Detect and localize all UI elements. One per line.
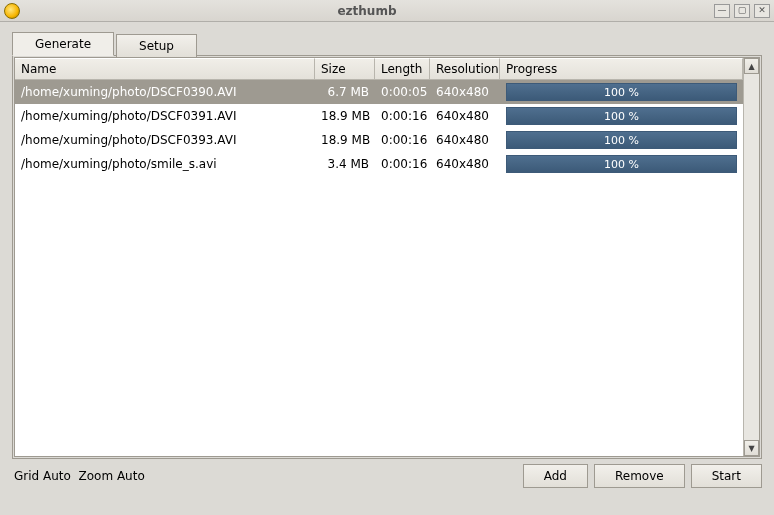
cell-size: 3.4 MB [315,157,375,171]
cell-name: /home/xuming/photo/DSCF0391.AVI [15,109,315,123]
col-name[interactable]: Name [15,58,315,79]
titlebar: ezthumb — ▢ ✕ [0,0,774,22]
col-progress[interactable]: Progress [500,58,743,79]
list-header: Name Size Length Resolution Progress [15,58,743,80]
vertical-scrollbar[interactable]: ▲ ▼ [743,58,759,456]
cell-resolution: 640x480 [430,157,500,171]
table-row[interactable]: /home/xuming/photo/DSCF0390.AVI6.7 MB0:0… [15,80,743,104]
scroll-down-icon[interactable]: ▼ [744,440,759,456]
cell-progress: 100 % [500,155,743,173]
progress-bar: 100 % [506,83,737,101]
cell-progress: 100 % [500,83,743,101]
start-button[interactable]: Start [691,464,762,488]
tab-generate[interactable]: Generate [12,32,114,56]
minimize-button[interactable]: — [714,4,730,18]
tabs: Generate Setup [12,32,762,56]
col-size[interactable]: Size [315,58,375,79]
app-body: Generate Setup Name Size Length Resoluti… [0,22,774,497]
status-grid: Grid Auto [14,469,71,483]
cell-progress: 100 % [500,107,743,125]
progress-bar: 100 % [506,155,737,173]
cell-resolution: 640x480 [430,85,500,99]
status-text: Grid Auto Zoom Auto [12,469,517,483]
cell-length: 0:00:05 [375,85,430,99]
window-controls: — ▢ ✕ [714,4,770,18]
cell-resolution: 640x480 [430,133,500,147]
cell-resolution: 640x480 [430,109,500,123]
cell-name: /home/xuming/photo/DSCF0393.AVI [15,133,315,147]
tab-setup[interactable]: Setup [116,34,197,58]
add-button[interactable]: Add [523,464,588,488]
statusbar: Grid Auto Zoom Auto Add Remove Start [12,463,762,489]
cell-size: 6.7 MB [315,85,375,99]
file-list: Name Size Length Resolution Progress /ho… [14,57,760,457]
close-button[interactable]: ✕ [754,4,770,18]
col-resolution[interactable]: Resolution [430,58,500,79]
col-length[interactable]: Length [375,58,430,79]
remove-button[interactable]: Remove [594,464,685,488]
scroll-up-icon[interactable]: ▲ [744,58,759,74]
cell-name: /home/xuming/photo/smile_s.avi [15,157,315,171]
table-row[interactable]: /home/xuming/photo/smile_s.avi3.4 MB0:00… [15,152,743,176]
maximize-button[interactable]: ▢ [734,4,750,18]
cell-length: 0:00:16 [375,133,430,147]
table-row[interactable]: /home/xuming/photo/DSCF0393.AVI18.9 MB0:… [15,128,743,152]
progress-bar: 100 % [506,131,737,149]
generate-panel: Name Size Length Resolution Progress /ho… [12,55,762,459]
cell-name: /home/xuming/photo/DSCF0390.AVI [15,85,315,99]
window-title: ezthumb [20,4,714,18]
cell-size: 18.9 MB [315,133,375,147]
progress-bar: 100 % [506,107,737,125]
cell-size: 18.9 MB [315,109,375,123]
cell-length: 0:00:16 [375,157,430,171]
table-row[interactable]: /home/xuming/photo/DSCF0391.AVI18.9 MB0:… [15,104,743,128]
app-icon [4,3,20,19]
cell-length: 0:00:16 [375,109,430,123]
cell-progress: 100 % [500,131,743,149]
status-zoom: Zoom Auto [79,469,145,483]
